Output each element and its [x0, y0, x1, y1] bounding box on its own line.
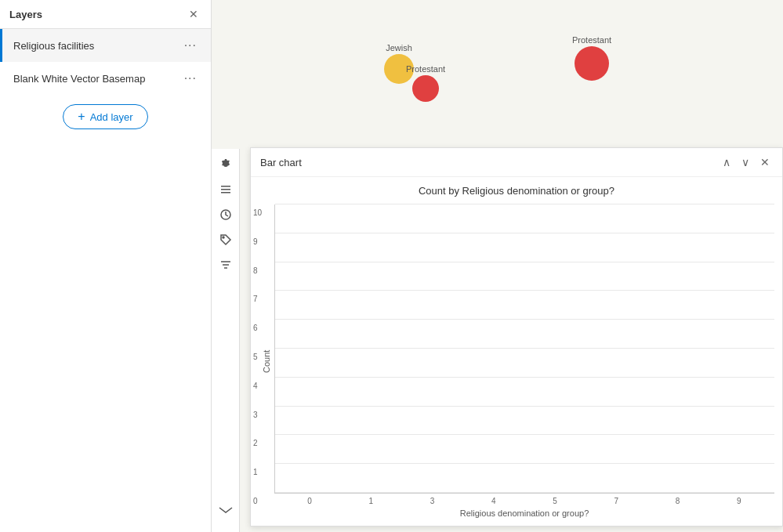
x-label: 1 [343, 497, 398, 505]
y-tick-label: 4 [253, 381, 258, 389]
layer-item-religious[interactable]: Religious facilities ··· [0, 29, 211, 62]
y-tick-label: 9 [253, 237, 258, 245]
x-label: 9 [712, 497, 767, 505]
layer-label-basemap: Blank White Vector Basemap [13, 73, 145, 85]
y-tick-label: 0 [253, 497, 258, 505]
y-axis-label: Count [259, 204, 274, 518]
sidebar-title: Layers [9, 9, 42, 20]
side-toolbar [212, 149, 240, 532]
svg-rect-1 [221, 189, 230, 190]
bubble-protestant-left [412, 75, 439, 102]
x-label: 8 [651, 497, 705, 505]
x-label: 3 [405, 497, 460, 505]
y-tick-label: 2 [253, 439, 258, 447]
y-tick-label: 10 [253, 208, 262, 217]
bubble-protestant-right [575, 46, 609, 81]
layer-item-basemap[interactable]: Blank White Vector Basemap ··· [0, 62, 211, 95]
y-tick-label: 8 [253, 266, 258, 274]
add-layer-plus-icon: + [78, 110, 85, 124]
svg-rect-2 [221, 192, 230, 194]
bubble-group-protestant-left: Protestant [406, 64, 445, 102]
x-axis: 01345789 [274, 494, 774, 505]
chart-header: Bar chart ∧ ∨ ✕ [251, 148, 782, 177]
y-tick-label: 7 [253, 295, 258, 303]
x-label: 0 [282, 497, 337, 505]
layer-more-button-religious[interactable]: ··· [181, 37, 200, 54]
main-area: Jewish Protestant Protestant [212, 0, 783, 532]
sidebar-header: Layers ✕ [0, 0, 211, 29]
x-label: 7 [589, 497, 643, 505]
bars-wrapper [275, 204, 774, 493]
x-label: 5 [527, 497, 582, 505]
bubble-group-protestant-right: Protestant [572, 35, 611, 81]
y-tick-label: 5 [253, 353, 258, 361]
expand-icon[interactable] [212, 501, 240, 519]
sidebar: Layers ✕ Religious facilities ··· Blank … [0, 0, 212, 532]
x-axis-title: Religious denomination or group? [274, 508, 774, 518]
y-tick-label: 1 [253, 468, 258, 476]
chart-up-button[interactable]: ∧ [720, 154, 734, 170]
gear-icon[interactable] [215, 154, 237, 176]
bubble-label-protestant-left: Protestant [406, 64, 445, 74]
chart-down-button[interactable]: ∨ [738, 154, 752, 170]
chart-plot-area: 012345678910 01345789 Religious denomina… [274, 204, 774, 518]
chart-panel: Bar chart ∧ ∨ ✕ Count by Religious denom… [250, 147, 783, 527]
chart-inner: 012345678910 [274, 204, 774, 494]
svg-point-4 [223, 237, 224, 238]
chart-title: Bar chart [260, 157, 302, 168]
add-layer-button[interactable]: + Add layer [63, 104, 147, 129]
filter-icon[interactable] [215, 254, 237, 276]
y-tick-label: 3 [253, 410, 258, 418]
tag-icon[interactable] [215, 229, 237, 251]
x-label: 4 [466, 497, 521, 505]
list-icon[interactable] [215, 179, 237, 201]
layer-more-button-basemap[interactable]: ··· [181, 70, 200, 87]
chart-controls: ∧ ∨ ✕ [720, 154, 773, 170]
map-area: Jewish Protestant Protestant [212, 0, 783, 532]
chart-container: Count 012345678910 01345789 Religious de… [259, 204, 774, 518]
add-layer-label: Add layer [90, 111, 133, 123]
y-tick-label: 6 [253, 324, 258, 332]
bubble-label-jewish: Jewish [386, 43, 412, 52]
chart-body: Count by Religious denomination or group… [251, 177, 782, 526]
chart-close-button[interactable]: ✕ [757, 154, 773, 170]
bubble-label-protestant-right: Protestant [572, 35, 611, 45]
chart-main-title: Count by Religious denomination or group… [259, 185, 774, 197]
close-sidebar-button[interactable]: ✕ [186, 6, 201, 22]
clock-icon[interactable] [215, 204, 237, 226]
svg-rect-0 [221, 186, 230, 187]
layer-label-religious: Religious facilities [13, 40, 94, 52]
